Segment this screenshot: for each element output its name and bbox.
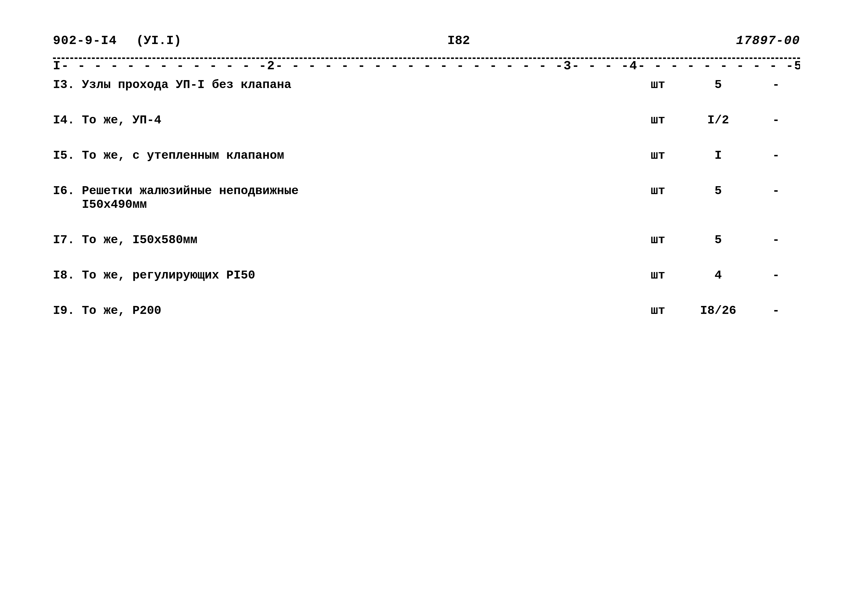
col3-label: 3 — [564, 59, 572, 73]
header-row: 902-9-I4 (УI.I) I82 17897-00 — [53, 34, 800, 48]
item-unit: шт — [631, 268, 685, 282]
col3-dashes: - - - - — [572, 59, 629, 73]
item-qty: 5 — [685, 78, 752, 92]
item-unit: шт — [631, 304, 685, 318]
item-number: I3. — [53, 78, 82, 92]
item-unit: шт — [631, 113, 685, 127]
item-note: - — [752, 304, 800, 318]
item-unit: шт — [631, 184, 685, 198]
col5-label: 5 — [794, 59, 800, 73]
column-numbers-line: I- - - - - - - - - - - - -2- - - - - - -… — [53, 59, 800, 73]
item-number: I7. — [53, 233, 82, 247]
item-description: То же, регулирующих PI50 — [82, 268, 631, 282]
col2-label: 2 — [267, 59, 275, 73]
table-row: I9. То же, P200 шт I8/26 - — [53, 304, 800, 318]
column-headers-wrapper: I- - - - - - - - - - - - -2- - - - - - -… — [53, 59, 800, 73]
item-description: То же, I50x580мм — [82, 233, 631, 247]
page-number: I82 — [447, 34, 470, 48]
item-description: То же, УП-4 — [82, 113, 631, 127]
col4-label: 4 — [629, 59, 637, 73]
item-qty: 4 — [685, 268, 752, 282]
col1-dashes: - - - - - - - - - - - - - — [61, 59, 267, 73]
item-qty: I/2 — [685, 113, 752, 127]
item-unit: шт — [631, 149, 685, 162]
page: 902-9-I4 (УI.I) I82 17897-00 I- - - - - … — [0, 0, 853, 616]
table-row: I6. Решетки жалюзийные неподвижные I50x4… — [53, 184, 800, 212]
items-table: I3. Узлы прохода УП-I без клапана шт 5 -… — [53, 78, 800, 318]
item-qty: 5 — [685, 233, 752, 247]
item-description: То же, P200 — [82, 304, 631, 318]
item-number: I5. — [53, 149, 82, 162]
col4-dashes: - - - - - - - - - - — [638, 59, 794, 73]
item-description: Узлы прохода УП-I без клапана — [82, 78, 631, 92]
table-row: I5. То же, с утепленным клапаном шт I - — [53, 149, 800, 162]
header-left: 902-9-I4 (УI.I) — [53, 34, 181, 48]
table-row: I7. То же, I50x580мм шт 5 - — [53, 233, 800, 247]
item-note: - — [752, 233, 800, 247]
item-note: - — [752, 113, 800, 127]
table-row: I4. То же, УП-4 шт I/2 - — [53, 113, 800, 127]
item-description: Решетки жалюзийные неподвижные I50x490мм — [82, 184, 631, 212]
table-row: I8. То же, регулирующих PI50 шт 4 - — [53, 268, 800, 282]
item-number: I4. — [53, 113, 82, 127]
item-description: То же, с утепленным клапаном — [82, 149, 631, 162]
item-unit: шт — [631, 233, 685, 247]
item-note: - — [752, 184, 800, 198]
col2-dashes: - - - - - - - - - - - - - - - - - - — [275, 59, 564, 73]
doc-code: 17897-00 — [736, 34, 800, 48]
item-qty: 5 — [685, 184, 752, 198]
item-number: I9. — [53, 304, 82, 318]
item-unit: шт — [631, 78, 685, 92]
item-note: - — [752, 78, 800, 92]
item-number: I8. — [53, 268, 82, 282]
item-note: - — [752, 149, 800, 162]
item-qty: I8/26 — [685, 304, 752, 318]
table-row: I3. Узлы прохода УП-I без клапана шт 5 - — [53, 78, 800, 92]
item-number: I6. — [53, 184, 82, 198]
col1-label: I — [53, 59, 61, 73]
doc-type: (УI.I) — [136, 34, 181, 48]
item-qty: I — [685, 149, 752, 162]
doc-number: 902-9-I4 — [53, 34, 117, 48]
item-note: - — [752, 268, 800, 282]
